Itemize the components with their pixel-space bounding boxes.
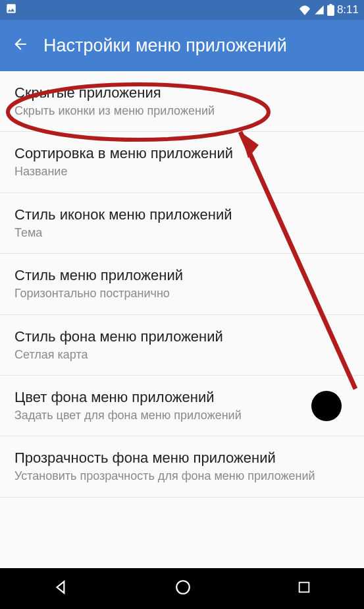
battery-icon <box>327 4 334 16</box>
item-sort[interactable]: Сортировка в меню приложений Название <box>0 132 364 192</box>
settings-list: Скрытые приложения Скрыть иконки из меню… <box>0 71 364 498</box>
item-title: Стиль иконок меню приложений <box>14 206 350 223</box>
item-title: Прозрачность фона меню приложений <box>14 450 350 467</box>
item-sub: Установить прозрачность для фона меню пр… <box>14 469 350 484</box>
wifi-icon <box>298 5 311 15</box>
item-sub: Скрыть иконки из меню приложений <box>14 103 350 119</box>
svg-rect-4 <box>299 583 309 593</box>
item-sub: Задать цвет для фона меню приложений <box>14 408 350 423</box>
item-title: Стиль меню приложений <box>14 267 350 284</box>
back-icon[interactable] <box>12 36 29 55</box>
item-bg-color[interactable]: Цвет фона меню приложений Задать цвет дл… <box>0 376 364 436</box>
item-sub: Горизонтально постранично <box>14 286 350 301</box>
item-bg-transparency[interactable]: Прозрачность фона меню приложений Устано… <box>0 436 364 497</box>
signal-icon <box>314 5 325 15</box>
status-bar: 8:11 <box>0 0 364 20</box>
page-title: Настройки меню приложений <box>43 36 287 56</box>
item-title: Сортировка в меню приложений <box>14 145 350 162</box>
item-sub: Сетлая карта <box>14 347 350 362</box>
status-time: 8:11 <box>337 3 359 16</box>
color-swatch[interactable] <box>311 391 342 421</box>
item-title: Цвет фона меню приложений <box>14 389 350 406</box>
nav-recents-icon[interactable] <box>297 580 311 597</box>
nav-home-icon[interactable] <box>174 579 192 598</box>
nav-back-icon[interactable] <box>53 579 70 598</box>
item-menu-style[interactable]: Стиль меню приложений Горизонтально пост… <box>0 254 364 314</box>
item-bg-style[interactable]: Стиль фона меню приложений Сетлая карта <box>0 315 364 376</box>
item-title: Скрытые приложения <box>14 84 350 102</box>
svg-point-3 <box>177 581 190 594</box>
item-hidden-apps[interactable]: Скрытые приложения Скрыть иконки из меню… <box>0 71 364 132</box>
item-icon-style[interactable]: Стиль иконок меню приложений Тема <box>0 193 364 254</box>
app-bar: Настройки меню приложений <box>0 20 364 71</box>
item-sub: Название <box>14 164 350 179</box>
nav-bar <box>0 568 364 609</box>
item-sub: Тема <box>14 225 350 241</box>
image-icon <box>5 3 17 18</box>
item-title: Стиль фона меню приложений <box>14 328 350 345</box>
